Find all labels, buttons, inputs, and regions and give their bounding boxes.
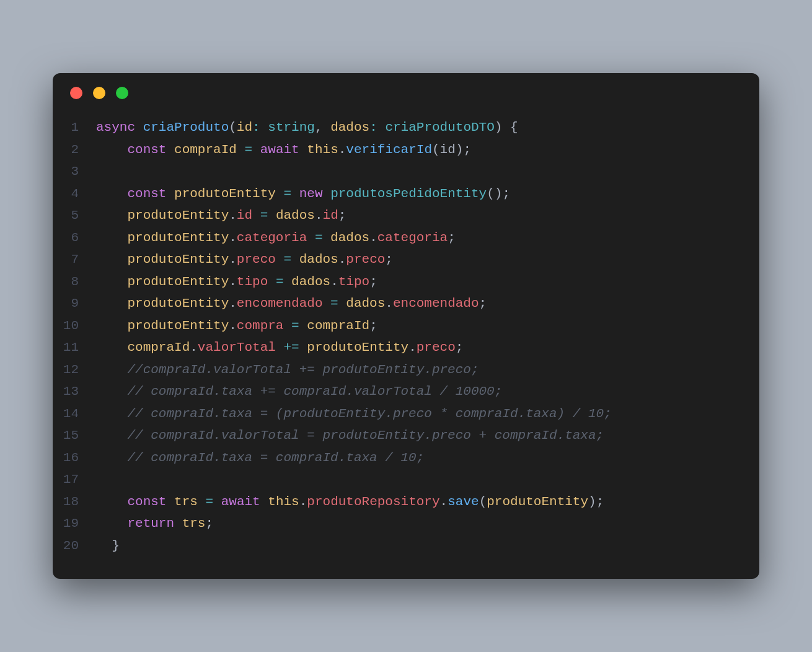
code-editor[interactable]: 1async criaProduto(id: string, dados: cr… [53,107,759,579]
code-window: 1async criaProduto(id: string, dados: cr… [53,73,759,579]
code-content: } [96,535,759,557]
code-line: 2 const compraId = await this.verificarI… [53,139,759,161]
code-content: produtoEntity.preco = dados.preco; [96,249,759,271]
line-number: 10 [53,315,96,337]
code-line: 7 produtoEntity.preco = dados.preco; [53,249,759,271]
code-line: 4 const produtoEntity = new produtosPedi… [53,183,759,205]
code-content: produtoEntity.id = dados.id; [96,205,759,227]
line-number: 4 [53,183,96,205]
code-content: const trs = await this.produtoRepository… [96,491,759,513]
code-content: return trs; [96,513,759,535]
code-line: 15 // compraId.valorTotal = produtoEntit… [53,425,759,447]
code-content: produtoEntity.compra = compraId; [96,315,759,337]
line-number: 20 [53,535,96,557]
code-line: 14 // compraId.taxa = (produtoEntity.pre… [53,403,759,425]
line-number: 16 [53,447,96,469]
code-line: 1async criaProduto(id: string, dados: cr… [53,117,759,139]
code-content: // compraId.taxa += compraId.valorTotal … [96,381,759,403]
code-line: 6 produtoEntity.categoria = dados.catego… [53,227,759,249]
line-number: 15 [53,425,96,447]
code-line: 13 // compraId.taxa += compraId.valorTot… [53,381,759,403]
line-number: 8 [53,271,96,293]
minimize-icon[interactable] [93,87,105,99]
code-line: 18 const trs = await this.produtoReposit… [53,491,759,513]
code-content [96,161,759,183]
code-content: produtoEntity.encomendado = dados.encome… [96,293,759,315]
line-number: 18 [53,491,96,513]
code-line: 10 produtoEntity.compra = compraId; [53,315,759,337]
line-number: 12 [53,359,96,381]
code-line: 20 } [53,535,759,557]
code-content: // compraId.taxa = (produtoEntity.preco … [96,403,759,425]
code-line: 19 return trs; [53,513,759,535]
code-content: const compraId = await this.verificarId(… [96,139,759,161]
code-content: produtoEntity.tipo = dados.tipo; [96,271,759,293]
line-number: 11 [53,337,96,359]
code-content: // compraId.taxa = compraId.taxa / 10; [96,447,759,469]
code-line: 5 produtoEntity.id = dados.id; [53,205,759,227]
code-content [96,469,759,491]
line-number: 14 [53,403,96,425]
close-icon[interactable] [70,87,82,99]
line-number: 5 [53,205,96,227]
code-content: async criaProduto(id: string, dados: cri… [96,117,759,139]
line-number: 7 [53,249,96,271]
line-number: 13 [53,381,96,403]
window-titlebar [53,73,759,107]
code-content: compraId.valorTotal += produtoEntity.pre… [96,337,759,359]
code-content: // compraId.valorTotal = produtoEntity.p… [96,425,759,447]
line-number: 1 [53,117,96,139]
line-number: 6 [53,227,96,249]
code-content: produtoEntity.categoria = dados.categori… [96,227,759,249]
line-number: 3 [53,161,96,183]
line-number: 2 [53,139,96,161]
code-content: //compraId.valorTotal += produtoEntity.p… [96,359,759,381]
line-number: 17 [53,469,96,491]
code-line: 3 [53,161,759,183]
code-content: const produtoEntity = new produtosPedido… [96,183,759,205]
code-line: 16 // compraId.taxa = compraId.taxa / 10… [53,447,759,469]
code-line: 8 produtoEntity.tipo = dados.tipo; [53,271,759,293]
line-number: 19 [53,513,96,535]
maximize-icon[interactable] [116,87,128,99]
code-line: 11 compraId.valorTotal += produtoEntity.… [53,337,759,359]
code-line: 9 produtoEntity.encomendado = dados.enco… [53,293,759,315]
line-number: 9 [53,293,96,315]
code-line: 17 [53,469,759,491]
code-line: 12 //compraId.valorTotal += produtoEntit… [53,359,759,381]
